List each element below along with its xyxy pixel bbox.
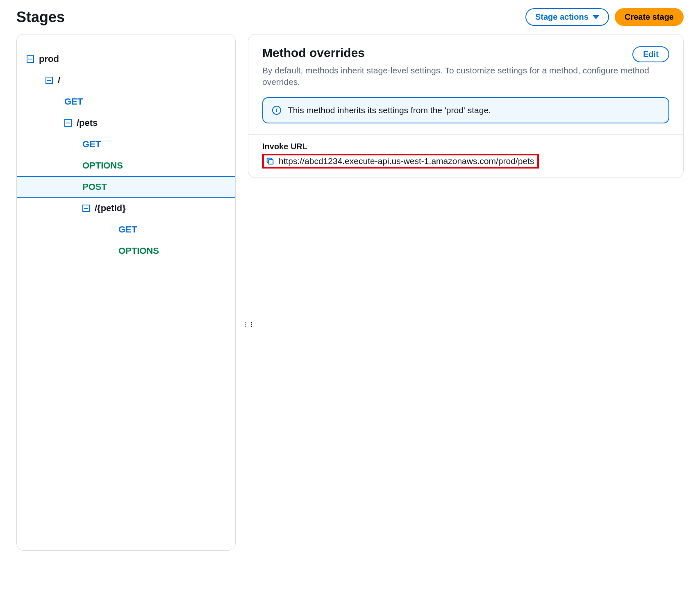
- header-actions: Stage actions Create stage: [525, 8, 684, 26]
- info-icon: i: [272, 106, 281, 115]
- tree-node-petid-options[interactable]: OPTIONS: [17, 240, 235, 262]
- tree-node-root[interactable]: /: [17, 70, 235, 91]
- method-detail-panel: Method overrides Edit By default, method…: [248, 34, 684, 178]
- tree-label-stage: prod: [39, 54, 59, 64]
- tree-node-pets-options[interactable]: OPTIONS: [17, 155, 235, 176]
- stage-actions-button[interactable]: Stage actions: [525, 8, 609, 26]
- tree-label-get: GET: [118, 224, 137, 235]
- tree-label-root: /: [58, 75, 60, 86]
- stages-tree-panel: prod / GET /pets GET OPTIONS POST /{petI…: [16, 34, 236, 551]
- svg-rect-0: [268, 159, 273, 164]
- tree-node-petid-get[interactable]: GET: [17, 219, 235, 240]
- tree-node-pets-get[interactable]: GET: [17, 134, 235, 155]
- tree-node-pets-post[interactable]: POST: [17, 176, 235, 198]
- caret-down-icon: [593, 15, 599, 19]
- tree-label-options: OPTIONS: [82, 160, 123, 171]
- stage-actions-label: Stage actions: [535, 12, 589, 22]
- copy-icon[interactable]: [266, 157, 275, 166]
- splitter-handle[interactable]: ⋮⋮: [243, 321, 248, 328]
- collapse-icon[interactable]: [82, 205, 90, 212]
- tree-label-get: GET: [82, 139, 101, 150]
- divider: [248, 134, 683, 134]
- inherit-info-banner: i This method inherits its settings from…: [262, 97, 669, 123]
- detail-title: Method overrides: [262, 46, 365, 60]
- collapse-icon[interactable]: [64, 119, 72, 127]
- create-stage-button[interactable]: Create stage: [615, 8, 684, 26]
- page-title: Stages: [16, 9, 65, 26]
- collapse-icon[interactable]: [45, 77, 53, 84]
- tree-label-pets: /pets: [77, 118, 98, 128]
- tree-node-root-get[interactable]: GET: [17, 91, 235, 112]
- tree-node-stage[interactable]: prod: [17, 48, 235, 70]
- collapse-icon[interactable]: [27, 55, 34, 63]
- tree-label-petid: /{petId}: [95, 203, 126, 214]
- tree-node-petid[interactable]: /{petId}: [17, 198, 235, 219]
- tree-label-options: OPTIONS: [118, 246, 159, 256]
- tree-label-post: POST: [82, 182, 107, 192]
- edit-button[interactable]: Edit: [632, 46, 669, 62]
- invoke-url-label: Invoke URL: [262, 142, 669, 151]
- detail-description: By default, methods inherit stage-level …: [262, 65, 669, 88]
- tree-node-pets[interactable]: /pets: [17, 112, 235, 134]
- invoke-url-value[interactable]: https://abcd1234.execute-api.us-west-1.a…: [279, 156, 534, 166]
- tree-label-get: GET: [64, 96, 83, 107]
- invoke-url-row: https://abcd1234.execute-api.us-west-1.a…: [262, 154, 539, 169]
- banner-text: This method inherits its settings from t…: [288, 105, 491, 115]
